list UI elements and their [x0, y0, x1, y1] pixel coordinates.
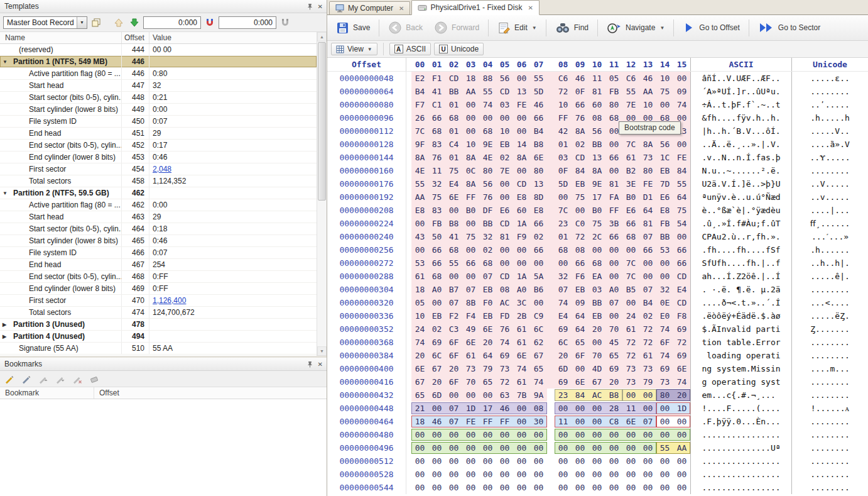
unicode-text[interactable]: ...˹...» — [792, 230, 868, 243]
ascii-text[interactable]: ................ — [690, 481, 792, 494]
template-row[interactable]: End head467254 — [0, 259, 317, 271]
ascii-text[interactable]: !....F.....(.... — [690, 402, 792, 415]
unicode-text[interactable]: ........ — [792, 375, 868, 389]
expanded-arrow-icon[interactable]: ▼ — [3, 190, 13, 196]
ascii-text[interactable]: .û¸.»Í.f#Àu;f.ûT — [690, 217, 792, 230]
ascii-text[interactable]: ..Ä..ë.¸..».|.V. — [690, 138, 792, 151]
hex-row-offset[interactable]: 00000000432 — [327, 389, 406, 402]
ascii-text[interactable]: ................ — [690, 428, 792, 441]
ascii-text[interactable]: &fh....fÿv.h..h. — [690, 111, 792, 124]
unicode-text[interactable]: .....ԑ.. — [792, 72, 868, 85]
hex-bytes[interactable]: 00000000000000000000000000000000 — [406, 481, 690, 494]
unicode-text[interactable]: !......ᴀ — [792, 402, 868, 415]
unicode-text[interactable]: ..ʹ..... — [792, 98, 868, 111]
template-row[interactable]: Total sectors4581,124,352 — [0, 175, 317, 187]
ascii-text[interactable]: ................ — [690, 455, 792, 468]
hex-bytes[interactable]: 656D000000637B9A2384ACB800008020 — [406, 389, 690, 402]
hex-bytes[interactable]: 5532E48A5600CD135DEB9E813EFE7D55 — [406, 177, 690, 190]
edit-bookmark-button[interactable] — [19, 372, 33, 386]
hex-bytes[interactable]: E2F1CD1888560055C6461105C6461000 — [406, 72, 690, 85]
unicode-text[interactable]: ........ — [792, 415, 868, 428]
template-row[interactable]: First sector4542,048 — [0, 163, 317, 175]
ascii-text[interactable]: em...c{.#.¬¸... — [690, 389, 792, 402]
ascii-text[interactable]: ´A»ªUÍ.]r..ûUªu. — [690, 85, 792, 98]
hex-bytes[interactable]: AA756EFF7600E88D007517FAB0D1E664 — [406, 190, 690, 204]
hex-row-offset[interactable]: 00000000224 — [327, 217, 406, 230]
ascii-text[interactable]: g operating syst — [690, 375, 792, 389]
column-header-value[interactable]: Value — [149, 32, 317, 43]
template-row[interactable]: Active partition flag (80 = ...4460:80 — [0, 68, 317, 80]
find-button[interactable]: Find — [550, 18, 594, 38]
hex-row-offset[interactable]: 00000000464 — [327, 415, 406, 428]
hex-bytes[interactable]: 00666800020000666808000000665366 — [406, 243, 690, 256]
hex-bytes[interactable]: 435041753281F90201722C666807BB00 — [406, 230, 690, 243]
unicode-text[interactable]: ........ — [792, 468, 868, 481]
chevron-down-icon[interactable]: ▼ — [532, 25, 537, 31]
template-row[interactable]: ▼Partition 1 (NTFS, 549 MB)446 — [0, 56, 317, 68]
hex-row-offset[interactable]: 00000000144 — [327, 151, 406, 164]
template-row[interactable]: Start sector (bits 0-5), cylin...4640:18 — [0, 223, 317, 235]
template-row[interactable]: ▶Partition 4 (Unused)494 — [0, 331, 317, 343]
new-template-button[interactable] — [89, 16, 103, 30]
anchor-template-button-2[interactable] — [278, 16, 292, 30]
ascii-text[interactable]: .ëòôëý+Éädë.$.àø — [690, 309, 792, 322]
unicode-text[interactable]: .....V.. — [792, 124, 868, 138]
template-row[interactable]: ▼Partition 2 (NTFS, 59.5 GB)462 — [0, 187, 317, 199]
unicode-text[interactable]: ..v..... — [792, 190, 868, 204]
unicode-text[interactable]: .....ê|. — [792, 270, 868, 283]
ascii-text[interactable]: ah...Í.Z2öê.|..Í — [690, 270, 792, 283]
close-tab-icon[interactable]: ✕ — [399, 5, 404, 12]
unicode-text[interactable]: ........ — [792, 85, 868, 98]
back-button[interactable]: Back — [383, 18, 428, 38]
hex-bytes[interactable]: 00000000000000000000000000000000 — [406, 428, 690, 441]
template-field-value-link[interactable]: 2,048 — [149, 163, 317, 175]
template-row[interactable]: Start cylinder (lower 8 bits)4650:46 — [0, 235, 317, 247]
template-row[interactable]: End sector (bits 0-5), cylin...4680:FF — [0, 271, 317, 283]
template-field-value-link[interactable]: 1,126,400 — [149, 295, 317, 306]
unicode-text[interactable]: ..V..... — [792, 177, 868, 190]
template-select[interactable]: Master Boot Record ▼ — [3, 16, 87, 29]
template-row[interactable]: Active partition flag (80 = ...4620:00 — [0, 199, 317, 211]
hex-row-offset[interactable]: 00000000416 — [327, 375, 406, 389]
ascii-text[interactable]: loading operati — [690, 349, 792, 362]
unicode-text[interactable]: .....ëȤ. — [792, 309, 868, 322]
unicode-text[interactable]: ........ — [792, 164, 868, 177]
chevron-down-icon[interactable]: ▼ — [659, 25, 665, 31]
close-templates-panel-icon[interactable]: ✕ — [318, 3, 323, 10]
unicode-text[interactable]: ..Ɏ..... — [792, 151, 868, 164]
ascii-text[interactable]: N.u..~......².ë. — [690, 164, 792, 177]
ascii-text[interactable]: ....ð¬<.t.»..´.Í — [690, 296, 792, 309]
ascii-text[interactable]: è..°ßæ`è|.°ÿædèu — [690, 204, 792, 217]
edit-button[interactable]: Edit ▼ — [492, 18, 542, 38]
pin-icon[interactable] — [307, 361, 313, 368]
ascii-text[interactable]: tion table.Error — [690, 336, 792, 349]
unicode-text[interactable]: .h.....h — [792, 111, 868, 124]
ascii-text[interactable]: ÷Á..t.þF.f`.~..t — [690, 98, 792, 111]
hex-row-offset[interactable]: 00000000448 — [327, 402, 406, 415]
previous-field-button[interactable] — [112, 16, 126, 30]
hex-row-offset[interactable]: 00000000208 — [327, 204, 406, 217]
template-row[interactable]: File system ID4660:07 — [0, 247, 317, 259]
hex-bytes[interactable]: 18A0B707EB08A0B607EB03A0B50732E4 — [406, 283, 690, 296]
hex-bytes[interactable]: 206C6F6164696E67206F706572617469 — [406, 349, 690, 362]
ascii-toggle[interactable]: A ASCII — [389, 43, 431, 55]
anchor-template-button[interactable] — [203, 16, 217, 30]
tab-my-computer[interactable]: My Computer ✕ — [329, 1, 410, 14]
hex-bytes[interactable]: E88300B0DFE660E87C00B0FFE664E875 — [406, 204, 690, 217]
hex-row-offset[interactable]: 00000000128 — [327, 138, 406, 151]
next-bookmark-button[interactable] — [53, 372, 67, 386]
hex-bytes[interactable]: B441BBAA55CD135D720F81FB55AA7509 — [406, 85, 690, 98]
previous-bookmark-button[interactable] — [36, 372, 50, 386]
hex-bytes[interactable]: F7C101007403FE46106660807E100074 — [406, 98, 690, 111]
unicode-text[interactable]: ........ — [792, 349, 868, 362]
template-row[interactable]: ▶Partition 3 (Unused)478 — [0, 319, 317, 331]
unicode-text[interactable]: ........ — [792, 389, 868, 402]
hex-row-offset[interactable]: 00000000048 — [327, 72, 406, 85]
ascii-text[interactable]: .v..N..n.Í.fas.þ — [690, 151, 792, 164]
unicode-text[interactable]: ..h..h|. — [792, 256, 868, 270]
tab-physicaldrive1[interactable]: PhysicalDrive1 - Fixed Disk ✕ — [411, 0, 539, 15]
clear-bookmarks-button[interactable] — [87, 372, 101, 386]
goto-sector-button[interactable]: Go to Sector — [753, 18, 825, 37]
unicode-text[interactable]: ........ — [792, 428, 868, 441]
hex-row-offset[interactable]: 00000000544 — [327, 481, 406, 494]
